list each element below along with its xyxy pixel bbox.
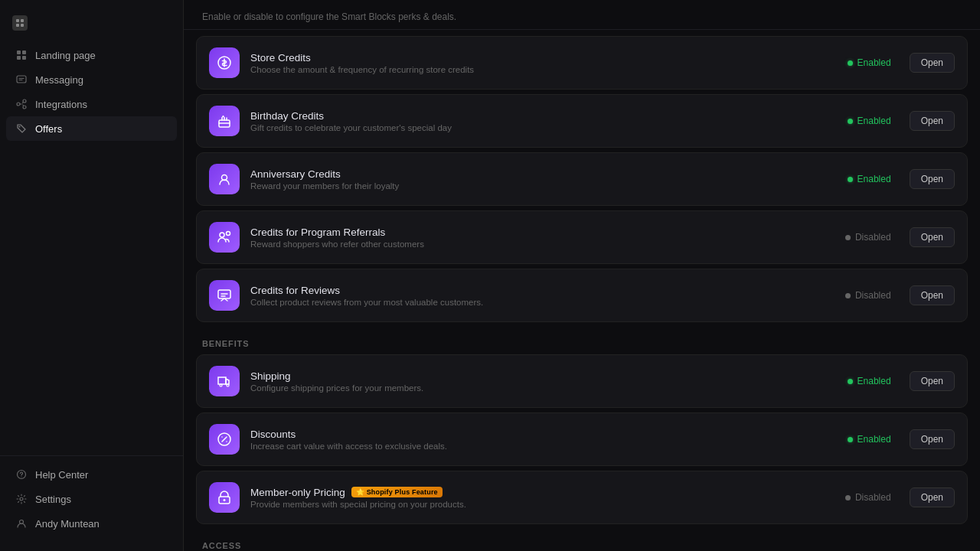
open-button-credits-reviews[interactable]: Open <box>910 285 955 305</box>
status-dot-store-credits <box>848 60 853 66</box>
feature-desc-member-only-pricing: Provide members with special pricing on … <box>250 500 812 509</box>
feature-card-store-credits[interactable]: Store CreditsChoose the amount & frequen… <box>196 36 968 90</box>
sidebar-item-label: Offers <box>35 123 62 135</box>
svg-rect-2 <box>16 24 19 27</box>
status-dot-anniversary-credits <box>848 177 853 182</box>
status-text-member-only-pricing: Disabled <box>855 492 891 503</box>
feature-desc-program-referrals: Reward shoppers who refer other customer… <box>250 240 812 249</box>
sidebar-item-label: Help Center <box>35 469 88 481</box>
status-dot-member-only-pricing <box>845 495 851 500</box>
section-label-access-section: ACCESS <box>196 529 968 551</box>
feature-name-store-credits: Store Credits <box>250 52 812 64</box>
open-button-anniversary-credits[interactable]: Open <box>910 169 955 189</box>
sidebar-item-user[interactable]: Andy Muntean <box>6 511 177 536</box>
app-logo <box>12 15 28 31</box>
open-button-discounts[interactable]: Open <box>910 429 955 449</box>
feature-info-member-only-pricing: Member-only Pricing⭐ Shopify Plus Featur… <box>250 487 812 509</box>
feature-card-shipping[interactable]: ShippingConfigure shipping prices for yo… <box>196 354 968 408</box>
svg-point-20 <box>220 233 224 237</box>
sidebar-item-label: Settings <box>35 494 71 505</box>
feature-name-discounts: Discounts <box>250 429 812 440</box>
feature-info-store-credits: Store CreditsChoose the amount & frequen… <box>250 52 812 74</box>
feature-card-program-referrals[interactable]: Credits for Program ReferralsReward shop… <box>196 210 968 264</box>
sidebar-bottom: Help Center Settings And <box>0 455 183 542</box>
breadcrumb: Enable or disable to configure the Smart… <box>202 11 456 22</box>
feature-desc-credits-reviews: Collect product reviews from your most v… <box>250 298 812 307</box>
feature-status-birthday-credits: Enabled <box>822 116 891 126</box>
sidebar-item-messaging[interactable]: Messaging <box>6 67 177 92</box>
svg-point-23 <box>220 384 222 386</box>
status-text-birthday-credits: Enabled <box>858 116 891 126</box>
feature-card-birthday-credits[interactable]: Birthday CreditsGift credits to celebrat… <box>196 94 968 148</box>
feature-icon-anniversary-credits <box>209 164 240 194</box>
feature-info-discounts: DiscountsIncrease cart value with access… <box>250 429 812 451</box>
feature-card-credits-reviews[interactable]: Credits for ReviewsCollect product revie… <box>196 269 968 322</box>
feature-info-shipping: ShippingConfigure shipping prices for yo… <box>250 370 812 393</box>
main-header: Enable or disable to configure the Smart… <box>184 0 980 30</box>
sidebar-item-integrations[interactable]: Integrations <box>6 92 177 116</box>
feature-status-discounts: Enabled <box>822 434 891 445</box>
svg-point-11 <box>23 106 26 109</box>
feature-name-anniversary-credits: Anniversary Credits <box>250 168 812 180</box>
status-dot-program-referrals <box>845 235 851 240</box>
svg-point-14 <box>21 476 21 477</box>
svg-point-12 <box>19 126 21 128</box>
feature-icon-program-referrals <box>209 222 240 253</box>
svg-rect-6 <box>17 56 21 60</box>
content-area: Store CreditsChoose the amount & frequen… <box>184 30 980 551</box>
feature-status-program-referrals: Disabled <box>822 232 891 243</box>
svg-point-24 <box>227 384 229 386</box>
feature-desc-birthday-credits: Gift credits to celebrate your customer'… <box>250 123 812 132</box>
status-dot-birthday-credits <box>848 119 853 124</box>
svg-point-15 <box>20 497 23 500</box>
offers-icon <box>15 122 28 135</box>
status-dot-credits-reviews <box>845 293 851 298</box>
open-button-shipping[interactable]: Open <box>910 371 955 391</box>
sidebar-logo <box>0 9 183 43</box>
status-text-shipping: Enabled <box>858 376 891 386</box>
sidebar-item-label: Andy Muntean <box>35 518 100 530</box>
status-dot-discounts <box>848 437 853 442</box>
feature-info-anniversary-credits: Anniversary CreditsReward your members f… <box>250 168 812 191</box>
sidebar-item-label: Integrations <box>35 99 87 110</box>
feature-name-program-referrals: Credits for Program Referrals <box>250 227 812 238</box>
main-content: Enable or disable to configure the Smart… <box>184 0 980 551</box>
sidebar-item-help-center[interactable]: Help Center <box>6 462 177 487</box>
feature-name-member-only-pricing: Member-only Pricing⭐ Shopify Plus Featur… <box>250 487 812 498</box>
open-button-program-referrals[interactable]: Open <box>910 227 955 247</box>
feature-icon-birthday-credits <box>209 106 240 136</box>
svg-rect-4 <box>17 51 21 54</box>
sidebar-item-landing-page[interactable]: Landing page <box>6 43 177 67</box>
feature-name-shipping: Shipping <box>250 370 812 382</box>
feature-desc-shipping: Configure shipping prices for your membe… <box>250 383 812 393</box>
feature-info-program-referrals: Credits for Program ReferralsReward shop… <box>250 227 812 249</box>
open-button-store-credits[interactable]: Open <box>910 53 955 73</box>
feature-card-discounts[interactable]: DiscountsIncrease cart value with access… <box>196 412 968 466</box>
sidebar-item-offers[interactable]: Offers <box>6 116 177 141</box>
feature-icon-member-only-pricing <box>209 482 240 513</box>
messaging-icon <box>15 73 28 86</box>
svg-rect-1 <box>21 19 24 22</box>
feature-info-credits-reviews: Credits for ReviewsCollect product revie… <box>250 285 812 307</box>
open-button-birthday-credits[interactable]: Open <box>910 111 955 131</box>
svg-point-21 <box>227 232 230 236</box>
svg-rect-5 <box>22 51 26 54</box>
feature-status-anniversary-credits: Enabled <box>822 174 891 184</box>
feature-desc-store-credits: Choose the amount & frequency of recurri… <box>250 65 812 74</box>
section-label-benefits-section: BENEFITS <box>196 327 968 354</box>
status-text-anniversary-credits: Enabled <box>858 174 891 184</box>
feature-desc-discounts: Increase cart value with access to exclu… <box>250 442 812 451</box>
sidebar: Landing page Messaging <box>0 0 184 551</box>
feature-card-anniversary-credits[interactable]: Anniversary CreditsReward your members f… <box>196 152 968 206</box>
feature-icon-store-credits <box>209 47 240 78</box>
status-text-credits-reviews: Disabled <box>855 290 891 301</box>
svg-point-27 <box>224 499 226 501</box>
open-button-member-only-pricing[interactable]: Open <box>910 487 955 507</box>
feature-icon-shipping <box>209 366 240 396</box>
svg-rect-8 <box>17 76 26 83</box>
feature-card-member-only-pricing[interactable]: Member-only Pricing⭐ Shopify Plus Featur… <box>196 471 968 524</box>
sidebar-item-settings[interactable]: Settings <box>6 487 177 511</box>
sidebar-item-label: Landing page <box>35 50 96 61</box>
status-dot-shipping <box>848 379 853 384</box>
feature-icon-discounts <box>209 424 240 455</box>
